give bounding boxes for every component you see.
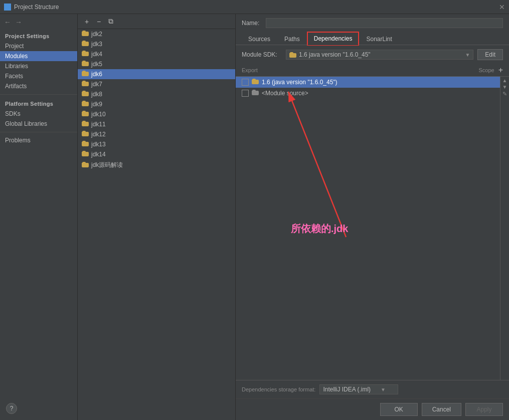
folder-icon: [82, 51, 89, 58]
folder-icon: [82, 111, 89, 118]
sidebar-item-sdks[interactable]: SDKs: [0, 109, 77, 119]
sidebar-item-global-libraries[interactable]: Global Libraries: [0, 119, 77, 129]
module-items: jdk2 jdk3 jdk4 jdk5 jdk6 jdk7 jdk8 jdk9 …: [78, 29, 235, 420]
annotation-text: 所依赖的.jdk: [291, 222, 348, 236]
sidebar-item-libraries-label: Libraries: [5, 63, 28, 70]
module-list: + − ⧉ jdk2 jdk3 jdk4 jdk5 jdk6 jdk7 jdk8: [78, 14, 236, 420]
right-panel: Name: Sources Paths Dependencies SonarLi…: [236, 14, 509, 420]
folder-icon: [82, 31, 89, 38]
back-arrow[interactable]: ←: [4, 18, 11, 26]
module-item[interactable]: jdk4: [78, 49, 235, 59]
project-settings-label: Project Settings: [0, 30, 77, 41]
sidebar-divider-2: [0, 132, 77, 132]
folder-icon: [82, 41, 89, 48]
sidebar-item-modules-label: Modules: [5, 53, 28, 60]
ok-button[interactable]: OK: [380, 403, 418, 416]
module-item-label: jdk12: [91, 131, 106, 138]
module-item[interactable]: jdk3: [78, 39, 235, 49]
sidebar-divider: [0, 94, 77, 95]
scope-column-header: Scope: [454, 67, 494, 73]
sidebar-item-artifacts[interactable]: Artifacts: [0, 81, 77, 91]
sidebar-item-facets[interactable]: Facets: [0, 71, 77, 81]
scroll-up-icon[interactable]: ▲: [501, 78, 509, 83]
nav-arrows: ← →: [0, 18, 77, 30]
module-item[interactable]: jdk14: [78, 149, 235, 159]
dep-checkbox[interactable]: [242, 79, 249, 86]
folder-icon: [82, 71, 89, 78]
module-item-label: jdk7: [91, 81, 102, 88]
dep-row-name: 1.6 (java version "1.6.0_45"): [262, 79, 494, 86]
folder-icon: [82, 61, 89, 68]
module-item-label: jdk9: [91, 101, 102, 108]
module-item[interactable]: jdk9: [78, 99, 235, 109]
sidebar-item-problems[interactable]: Problems: [0, 135, 77, 145]
title-bar-text: Project Structure: [14, 4, 59, 11]
module-item[interactable]: jdk源码解读: [78, 159, 235, 171]
module-item-label: jdk14: [91, 151, 106, 158]
module-item-label: jdk4: [91, 51, 102, 58]
dep-row[interactable]: 1.6 (java version "1.6.0_45"): [236, 77, 500, 88]
copy-module-button[interactable]: ⧉: [106, 17, 116, 27]
module-item[interactable]: jdk6: [78, 69, 235, 79]
folder-icon: [289, 52, 296, 58]
sidebar-item-problems-label: Problems: [5, 137, 31, 144]
module-toolbar: + − ⧉: [78, 14, 235, 29]
module-item-label: jdk10: [91, 111, 106, 118]
sidebar-item-global-libraries-label: Global Libraries: [5, 120, 47, 127]
add-module-button[interactable]: +: [82, 17, 92, 27]
footer-buttons: OK Cancel Apply: [236, 398, 509, 420]
sidebar-item-project-label: Project: [5, 43, 24, 50]
close-button[interactable]: ✕: [499, 3, 505, 11]
folder-icon: [82, 91, 89, 98]
module-item-label: jdk8: [91, 91, 102, 98]
remove-module-button[interactable]: −: [94, 17, 104, 27]
main-layout: ← → Project Settings Project Modules Lib…: [0, 14, 509, 420]
edit-sdk-button[interactable]: Edit: [477, 49, 503, 60]
platform-settings-label: Platform Settings: [0, 98, 77, 109]
edit-icon[interactable]: ✎: [501, 91, 509, 97]
module-item[interactable]: jdk11: [78, 119, 235, 129]
sidebar: ← → Project Settings Project Modules Lib…: [0, 14, 78, 420]
apply-button[interactable]: Apply: [465, 403, 503, 416]
module-item[interactable]: jdk7: [78, 79, 235, 89]
tab-sources[interactable]: Sources: [242, 33, 277, 45]
name-input[interactable]: [266, 18, 503, 28]
dep-list: 1.6 (java version "1.6.0_45") <Module so…: [236, 77, 500, 380]
folder-icon: [82, 81, 89, 88]
module-sdk-row: Module SDK: 1.6 java version "1.6.0_45" …: [236, 45, 509, 64]
module-item[interactable]: jdk5: [78, 59, 235, 69]
storage-dropdown[interactable]: IntelliJ IDEA (.iml) ▼: [319, 384, 398, 394]
dropdown-arrow-icon: ▼: [465, 52, 470, 58]
cancel-button[interactable]: Cancel: [422, 403, 461, 416]
sidebar-item-modules[interactable]: Modules: [0, 51, 77, 61]
storage-value: IntelliJ IDEA (.iml): [323, 386, 371, 393]
module-item[interactable]: jdk10: [78, 109, 235, 119]
sidebar-item-libraries[interactable]: Libraries: [0, 61, 77, 71]
tab-paths[interactable]: Paths: [278, 33, 306, 45]
sidebar-item-project[interactable]: Project: [0, 41, 77, 51]
jdk-icon: [252, 79, 259, 86]
module-item-label: jdk源码解读: [91, 161, 123, 169]
scroll-down-icon[interactable]: ▼: [501, 84, 509, 90]
module-item[interactable]: jdk13: [78, 139, 235, 149]
help-button[interactable]: ?: [6, 403, 17, 414]
export-column-header: Export: [242, 67, 282, 73]
module-item[interactable]: jdk12: [78, 129, 235, 139]
forward-arrow[interactable]: →: [15, 18, 22, 26]
dep-table-header: Export Scope +: [236, 64, 509, 77]
module-item[interactable]: jdk8: [78, 89, 235, 99]
module-item-label: jdk5: [91, 61, 102, 68]
tab-dependencies[interactable]: Dependencies: [307, 32, 359, 45]
tab-sonarlint[interactable]: SonarLint: [360, 33, 398, 45]
app-icon: [4, 4, 11, 11]
title-bar: Project Structure ✕: [0, 0, 509, 14]
name-label: Name:: [242, 20, 262, 27]
module-item-label: jdk13: [91, 141, 106, 148]
dep-checkbox[interactable]: [242, 90, 249, 97]
dep-row[interactable]: <Module source>: [236, 88, 500, 99]
module-item[interactable]: jdk2: [78, 29, 235, 39]
name-row: Name:: [236, 14, 509, 32]
add-dep-button[interactable]: +: [498, 66, 503, 74]
sdk-dropdown[interactable]: 1.6 java version "1.6.0_45" ▼: [286, 50, 473, 60]
sidebar-item-sdks-label: SDKs: [5, 110, 21, 117]
